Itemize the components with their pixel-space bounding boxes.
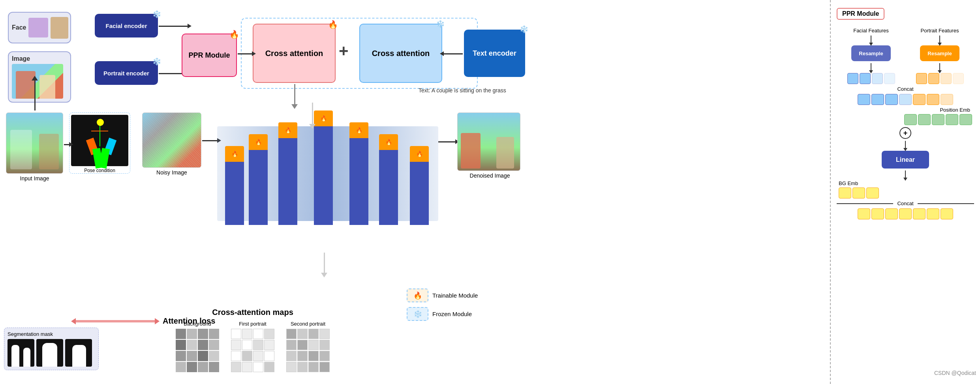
main-container: Face Image Facial encoder ❄️: [0, 0, 980, 384]
rp-features-row: Facial Features Portrait Features: [837, 28, 974, 34]
cross-attention-1-box: Cross attention 🔥: [253, 24, 336, 83]
seg-mask-area: Segmentation mask: [4, 328, 99, 370]
portrait-encoder-snowflake: ❄️: [152, 57, 161, 66]
rp-small-boxes-row: [837, 73, 974, 84]
input-image-area: Input Image: [6, 112, 63, 174]
rp-facial-features-label: Facial Features: [847, 28, 895, 34]
text-description: Text: A couple is sitting on the grass: [419, 87, 506, 94]
rp-ppr-title: PPR Module: [837, 8, 884, 20]
rp-bg-emb-area: BG Emb: [837, 180, 974, 199]
ppr-module-box: PPR Module 🔥: [182, 34, 237, 77]
ppr-module-label: PPR Module: [188, 51, 230, 60]
facial-encoder-snowflake: ❄️: [152, 10, 161, 19]
rp-arrows-2: [837, 63, 974, 71]
legend-frozen-label: Frozen Module: [432, 311, 472, 317]
rp-bg-emb-label: BG Emb: [839, 180, 858, 186]
arrow-facial-ppr: [159, 26, 188, 27]
legend-area: 🔥 Trainable Module ❄️ Frozen Module: [407, 288, 478, 321]
rp-arrow-3: [871, 63, 871, 71]
legend-trainable: 🔥 Trainable Module: [407, 288, 478, 302]
rp-resample-2: Resample: [920, 45, 959, 61]
rp-plus-circle: +: [899, 127, 911, 139]
unet-col-3: 🔥: [278, 122, 297, 225]
cam-background: Background: [176, 321, 219, 372]
rp-concat2-label: Concat: [897, 200, 913, 206]
rp-cb-5: [913, 94, 926, 105]
rp-cb-7: [941, 94, 953, 105]
arrow-unet-cam-down: [324, 253, 325, 274]
facial-encoder-box: Facial encoder ❄️: [95, 14, 158, 37]
rp-cb-6: [927, 94, 939, 105]
legend-trainable-label: Trainable Module: [432, 292, 478, 299]
rp-pe-5: [959, 114, 972, 125]
cam-bg-label: Background: [184, 321, 211, 327]
rp-cb-1: [858, 94, 870, 105]
rp-bge-3: [866, 187, 879, 199]
watermark: CSDN @Qodicat: [934, 370, 976, 376]
cam-title: Cross-attention maps: [176, 308, 330, 317]
rp-fb-3: [885, 208, 898, 219]
rp-arrow-5: [905, 141, 906, 149]
image-input-box: Image: [8, 51, 71, 103]
denoised-image-label: Denoised Image: [457, 172, 522, 179]
rp-orange-box-4: [953, 73, 964, 84]
rp-linear-box: Linear: [882, 151, 929, 169]
rp-arrows-1: [837, 36, 974, 43]
unet-col-7: 🔥: [410, 146, 429, 225]
arrow-ca-unet: [312, 103, 313, 126]
plus-sign: +: [339, 41, 349, 60]
text-encoder-box: Text encoder ❄️: [464, 30, 525, 77]
unet-col-5: 🔥: [349, 122, 368, 225]
rp-cb-3: [885, 94, 898, 105]
cam-first-portrait: First portrait: [231, 321, 274, 372]
cam-second-portrait: Second portrait: [286, 321, 330, 372]
arrow-noisy-unet: [202, 140, 218, 141]
rp-orange-box-1: [916, 73, 927, 84]
rp-final-boxes: [858, 208, 953, 219]
portrait-encoder-box: Portrait encoder ❄️: [95, 61, 158, 85]
rp-resample-1: Resample: [851, 45, 891, 61]
rp-orange-box-2: [928, 73, 939, 84]
ca2-snowflake-icon: ❄️: [436, 20, 445, 28]
arrow-ppr-ca1: [238, 53, 253, 54]
face-input-box: Face: [8, 12, 71, 43]
rp-fb-2: [871, 208, 884, 219]
rp-pe-1: [904, 114, 917, 125]
rp-concat2-line-right: [918, 203, 974, 204]
noisy-image-area: Noisy Image: [142, 112, 201, 174]
ca1-fire-icon: 🔥: [328, 20, 338, 29]
arrow-te-ca2: [443, 53, 463, 54]
face-label: Face: [12, 24, 26, 31]
unet-col-2: 🔥: [249, 134, 268, 225]
rp-arrow-1: [871, 36, 871, 43]
text-encoder-label: Text encoder: [473, 49, 516, 58]
rp-blue-box-4: [884, 73, 895, 84]
unet-col-mid: 🔥: [314, 111, 333, 225]
rp-concat2-line-left: [837, 203, 893, 204]
rp-arrow-2: [939, 36, 940, 43]
noisy-image-label: Noisy Image: [142, 169, 201, 176]
cross-attention-2-box: Cross attention ❄️: [359, 24, 442, 83]
image-label: Image: [12, 55, 30, 62]
cam-fp-label: First portrait: [239, 321, 266, 327]
denoised-image-area: Denoised Image: [457, 112, 522, 178]
unet-area: 🔥 🔥 🔥 🔥 🔥: [217, 103, 438, 253]
arrow-unet-denoised: [438, 141, 456, 142]
rp-cb-2: [871, 94, 884, 105]
rp-orange-boxes: [916, 73, 964, 84]
rp-fb-4: [899, 208, 912, 219]
unet-col-1: 🔥: [225, 146, 244, 225]
arrow-input-up: [34, 79, 36, 111]
right-panel: PPR Module Facial Features Portrait Feat…: [830, 0, 980, 384]
rp-arrow-4: [939, 63, 940, 71]
rp-blue-boxes: [847, 73, 895, 84]
cam-sp-label: Second portrait: [291, 321, 325, 327]
legend-frozen: ❄️ Frozen Module: [407, 307, 478, 321]
rp-cb-4: [899, 94, 912, 105]
rp-fb-5: [913, 208, 926, 219]
rp-fb-7: [941, 208, 953, 219]
facial-encoder-label: Facial encoder: [105, 22, 147, 29]
portrait-encoder-label: Portrait encoder: [103, 70, 149, 77]
rp-pe-4: [946, 114, 958, 125]
cross-attention-1-label: Cross attention: [265, 49, 323, 58]
